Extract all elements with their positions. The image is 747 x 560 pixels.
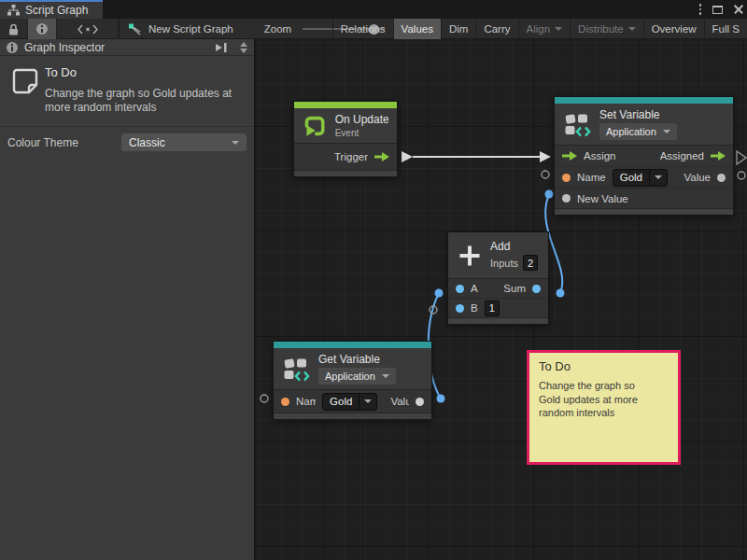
sticky-note-title: To Do — [539, 359, 669, 373]
inspector-toggle-button[interactable] — [28, 19, 57, 39]
value-port-label: Value — [684, 172, 711, 183]
colour-theme-row: Colour Theme Classic — [0, 127, 254, 158]
inputs-count-field[interactable]: 2 — [523, 255, 538, 271]
new-value-input-socket[interactable] — [545, 190, 554, 199]
name-port[interactable] — [562, 174, 571, 182]
info-icon — [36, 23, 48, 35]
toolbar: New Script Graph Zoom 0.9x Relations Val… — [0, 19, 747, 39]
b-value-field[interactable]: 1 — [485, 301, 500, 316]
carry-button[interactable]: Carry — [475, 19, 517, 39]
b-row: B 1 — [448, 298, 548, 317]
inspector-title: Graph Inspector — [24, 41, 105, 54]
new-script-graph-label: New Script Graph — [148, 23, 233, 35]
values-button[interactable]: Values — [393, 19, 441, 39]
chevron-down-icon — [382, 374, 389, 378]
tab-script-graph[interactable]: Script Graph — [0, 0, 103, 19]
chevron-down-icon — [232, 141, 239, 145]
scroll-arrows[interactable] — [240, 42, 247, 53]
graph-canvas[interactable]: On Update Event Trigger — [256, 39, 747, 560]
a-row: A Sum — [448, 279, 548, 298]
code-icon — [77, 24, 99, 35]
variables-icon — [282, 355, 310, 383]
name-port[interactable] — [281, 398, 289, 406]
get-value-output-socket[interactable] — [437, 395, 445, 403]
assign-input-socket[interactable] — [540, 151, 551, 162]
value-port[interactable] — [416, 398, 424, 406]
unity-script-graph-window: Script Graph — [0, 0, 747, 560]
variable-scope-dropdown[interactable]: Application — [599, 123, 677, 140]
close-icon[interactable] — [734, 5, 743, 14]
arrow-down-icon[interactable] — [240, 49, 247, 53]
add-a-input-socket[interactable] — [435, 289, 444, 298]
exec-arrow-icon[interactable] — [711, 151, 726, 161]
chevron-down-icon — [663, 130, 670, 133]
variable-color-stripe — [555, 97, 733, 104]
name-value-dropdown[interactable]: Gold — [613, 169, 668, 187]
node-add[interactable]: Add Inputs 2 A Sum B 1 — [447, 231, 549, 325]
get-name-input-socket[interactable] — [261, 395, 268, 402]
info-icon — [7, 42, 18, 53]
trigger-row: Trigger — [294, 144, 397, 170]
exec-arrow-icon[interactable] — [562, 151, 577, 161]
set-name-input-socket[interactable] — [542, 171, 549, 178]
node-get-variable[interactable]: Get Variable Application Name Gold Value — [273, 341, 432, 420]
add-sum-output-socket[interactable] — [557, 289, 565, 298]
name-port-label: Name — [577, 172, 606, 183]
full-screen-button[interactable]: Full S — [704, 19, 747, 39]
align-button[interactable]: Align — [518, 19, 571, 39]
todo-summary: To Do Change the graph so Gold updates a… — [0, 56, 254, 115]
colour-theme-dropdown[interactable]: Classic — [121, 133, 247, 151]
value-port[interactable] — [717, 174, 726, 182]
menu-icon[interactable] — [699, 4, 702, 15]
variables-icon — [563, 110, 591, 138]
variable-scope-dropdown[interactable]: Application — [318, 368, 396, 385]
variable-scope-value: Application — [606, 126, 656, 137]
trigger-output-socket[interactable] — [402, 151, 413, 162]
inputs-label: Inputs — [490, 258, 518, 269]
a-port-label: A — [471, 283, 478, 294]
maximize-icon[interactable] — [712, 6, 723, 14]
lock-button[interactable] — [0, 19, 28, 39]
node-title: Add — [490, 240, 538, 253]
new-value-port[interactable] — [562, 194, 571, 203]
set-value-output-socket[interactable] — [738, 172, 745, 179]
code-preview-button[interactable] — [57, 19, 119, 39]
b-port[interactable] — [456, 304, 464, 313]
sum-port[interactable] — [532, 285, 541, 293]
sticky-note-line2: Gold updates at more — [539, 393, 669, 407]
overview-button[interactable]: Overview — [643, 19, 704, 39]
dim-button[interactable]: Dim — [441, 19, 475, 39]
node-on-update[interactable]: On Update Event Trigger — [293, 101, 398, 177]
chevron-down-icon — [364, 399, 372, 403]
variable-scope-value: Application — [325, 371, 375, 382]
dock-panel-icon[interactable] — [215, 41, 228, 54]
window-controls — [699, 0, 744, 19]
node-title: Get Variable — [318, 353, 396, 366]
sticky-note[interactable]: To Do Change the graph so Gold updates a… — [527, 350, 681, 465]
new-script-graph-button[interactable]: New Script Graph — [120, 19, 242, 39]
value-port-label: Value — [390, 396, 409, 407]
inspector-header: Graph Inspector — [0, 39, 254, 56]
arrow-up-icon[interactable] — [240, 42, 247, 47]
chevron-down-icon — [655, 175, 662, 179]
node-set-variable[interactable]: Set Variable Application Assign Assigned — [554, 96, 734, 216]
assigned-port-label: Assigned — [660, 150, 704, 161]
name-value: Gold — [323, 394, 359, 410]
todo-line1: Change the graph so Gold updates at — [45, 87, 245, 101]
name-value-dropdown[interactable]: Gold — [322, 393, 377, 411]
relations-button[interactable]: Relations — [332, 19, 393, 39]
a-port[interactable] — [456, 285, 464, 293]
tab-title: Script Graph — [25, 4, 88, 17]
todo-line2: more random intervals — [45, 101, 245, 115]
colour-theme-label: Colour Theme — [7, 136, 121, 149]
variable-color-stripe — [274, 342, 431, 348]
sticky-note-icon — [11, 67, 39, 95]
graph-inspector-panel: Graph Inspector To Do Change the graph s… — [0, 39, 255, 560]
node-title: On Update — [335, 113, 388, 126]
distribute-button[interactable]: Distribute — [570, 19, 643, 39]
new-value-row: New Value — [555, 188, 733, 208]
exec-arrow-icon[interactable] — [374, 152, 389, 161]
graph-tree-icon — [7, 5, 20, 16]
assigned-output-socket[interactable] — [737, 151, 746, 164]
colour-theme-value: Classic — [129, 136, 165, 149]
